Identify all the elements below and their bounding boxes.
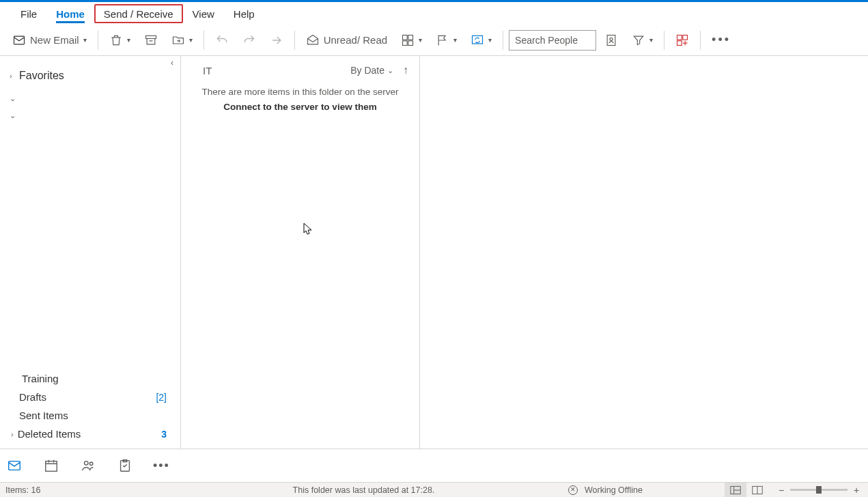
sort-direction-button[interactable]: ↑	[403, 64, 408, 76]
arrow-right-icon	[270, 33, 283, 47]
svg-rect-1	[145, 36, 156, 38]
status-items-count: Items: 16	[5, 485, 186, 495]
folder-label: Training	[22, 373, 59, 384]
undo-button[interactable]	[210, 31, 234, 50]
list-header: IT By Date ⌄ ↑	[181, 56, 419, 85]
unread-read-label: Unread/ Read	[324, 34, 387, 46]
chevron-down-icon: ▾	[419, 36, 422, 44]
more-views-button[interactable]: •••	[153, 459, 170, 473]
chevron-right-icon: ›	[11, 430, 14, 438]
new-email-label: New Email	[30, 34, 79, 46]
chevron-down-icon: ⌄	[387, 66, 393, 75]
toolbar-divider	[294, 31, 295, 50]
status-last-updated: This folder was last updated at 17:28.	[186, 485, 568, 495]
ribbon-toolbar: New Email ▾ ▾ ▾ Unread/ Read ▾ ▾ ▾	[0, 25, 868, 56]
menu-view[interactable]: View	[183, 4, 224, 23]
redo-button[interactable]	[237, 31, 262, 50]
ellipsis-icon: •••	[712, 33, 731, 47]
favorites-header[interactable]: › Favorites	[0, 56, 180, 87]
normal-view-button[interactable]	[725, 483, 746, 498]
account-group-1[interactable]: ⌄ I	[7, 90, 180, 107]
folder-archive[interactable]: Archive	[0, 443, 180, 449]
categories-icon	[401, 33, 415, 47]
envelope-open-icon	[306, 33, 320, 47]
people-icon	[81, 458, 96, 473]
tasks-view-button[interactable]	[116, 457, 134, 474]
sync-button[interactable]: ▾	[465, 31, 497, 50]
new-email-button[interactable]: New Email ▾	[7, 31, 92, 50]
unread-read-button[interactable]: Unread/ Read	[300, 31, 393, 50]
folder-deleted-items[interactable]: › Deleted Items 3	[0, 425, 180, 443]
folder-label: Sent Items	[19, 410, 68, 421]
addins-icon	[675, 33, 689, 47]
filter-button[interactable]: ▾	[626, 31, 658, 50]
archive-button[interactable]	[139, 31, 163, 50]
message-list-pane: IT By Date ⌄ ↑ There are more items in t…	[181, 56, 420, 449]
svg-point-8	[610, 38, 613, 40]
menu-file[interactable]: File	[11, 4, 46, 23]
deleted-count: 3	[161, 429, 167, 440]
normal-view-icon	[730, 485, 741, 495]
addins-button[interactable]	[670, 31, 695, 50]
folder-drafts[interactable]: Drafts [2]	[0, 388, 180, 406]
menu-send-receive[interactable]: Send / Receive	[94, 4, 183, 23]
reading-pane	[420, 56, 868, 449]
filter-icon	[632, 33, 645, 47]
tasks-icon	[117, 458, 132, 473]
svg-rect-2	[403, 35, 408, 40]
chevron-down-icon: ⌄	[10, 111, 18, 120]
toolbar-divider	[503, 31, 503, 50]
chevron-down-icon: ⌄	[10, 94, 18, 103]
address-book-button[interactable]	[599, 31, 624, 50]
chevron-right-icon: ›	[10, 72, 16, 80]
flag-icon	[436, 33, 449, 47]
svg-rect-13	[46, 462, 57, 472]
svg-rect-10	[683, 35, 688, 40]
people-view-button[interactable]	[79, 457, 97, 474]
menu-home[interactable]: Home	[46, 4, 94, 23]
zoom-slider[interactable]	[790, 489, 848, 491]
svg-point-14	[85, 462, 89, 466]
svg-rect-9	[677, 35, 682, 40]
zoom-out-button[interactable]: −	[775, 485, 787, 496]
mail-icon	[7, 458, 22, 473]
toolbar-divider	[700, 31, 701, 50]
flag-button[interactable]: ▾	[430, 31, 462, 50]
folder-title: IT	[203, 65, 212, 76]
move-folder-icon	[171, 33, 185, 47]
delete-button[interactable]: ▾	[104, 31, 136, 50]
zoom-slider-thumb[interactable]	[816, 486, 822, 494]
calendar-icon	[44, 458, 59, 473]
svg-rect-5	[408, 40, 413, 45]
status-bar: Items: 16 This folder was last updated a…	[0, 482, 868, 497]
folder-training[interactable]: Training	[0, 369, 180, 388]
menu-bar: File Home Send / Receive View Help	[0, 2, 868, 25]
collapse-nav-icon[interactable]: ‹	[171, 58, 173, 68]
svg-point-15	[89, 462, 93, 466]
folder-label: Drafts	[19, 391, 46, 403]
undo-icon	[215, 33, 229, 47]
sort-by-button[interactable]: By Date ⌄	[350, 65, 393, 76]
zoom-control: − +	[775, 485, 863, 496]
mail-view-button[interactable]	[5, 457, 23, 474]
account-group-2[interactable]: ⌄ I	[7, 107, 180, 124]
zoom-in-button[interactable]: +	[850, 485, 863, 496]
move-button[interactable]: ▾	[166, 31, 198, 50]
calendar-view-button[interactable]	[42, 457, 60, 474]
more-button[interactable]: •••	[706, 30, 736, 50]
folder-sent-items[interactable]: Sent Items	[0, 406, 180, 425]
server-items-message: There are more items in this folder on t…	[181, 85, 419, 114]
toolbar-divider	[98, 31, 98, 50]
reading-view-button[interactable]	[746, 483, 768, 498]
server-msg-line2: Connect to the server to view them	[188, 100, 412, 115]
favorites-label: Favorites	[19, 70, 64, 82]
svg-rect-4	[403, 40, 408, 45]
forward-button[interactable]	[264, 31, 289, 50]
categorize-button[interactable]: ▾	[395, 31, 428, 50]
search-people-input[interactable]	[509, 30, 596, 51]
draft-count: [2]	[156, 392, 167, 403]
mouse-cursor-icon	[303, 223, 313, 236]
chevron-down-icon: ▾	[189, 36, 193, 44]
menu-help[interactable]: Help	[224, 4, 264, 23]
toolbar-divider	[664, 31, 664, 50]
